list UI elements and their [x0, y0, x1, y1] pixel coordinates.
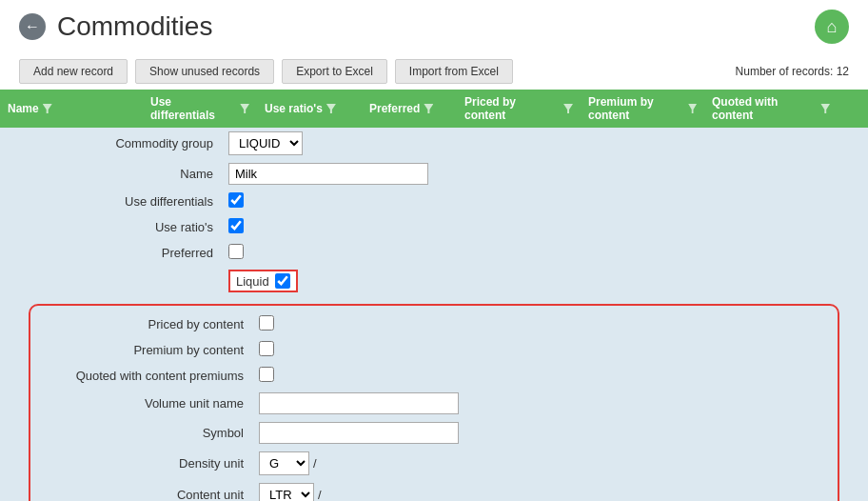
- export-to-excel-button[interactable]: Export to Excel: [282, 59, 387, 84]
- use-diff-filter-icon[interactable]: [240, 104, 249, 113]
- quoted-filter-icon[interactable]: [820, 104, 830, 113]
- page-header: ← Commodities ⌂: [0, 0, 868, 53]
- name-label: Name: [38, 167, 228, 181]
- records-count: Number of records: 12: [736, 65, 849, 78]
- use-ratios-row: Use ratio's: [0, 214, 868, 240]
- premium-by-content-checkbox[interactable]: [259, 341, 274, 356]
- col-quoted-with-content: Quoted with content: [704, 93, 838, 124]
- density-unit-select[interactable]: G KG: [259, 451, 309, 475]
- content-unit-label: Content unit: [69, 488, 259, 501]
- use-differentials-control: [228, 192, 244, 210]
- preferred-checkbox[interactable]: [228, 244, 244, 259]
- use-ratios-checkbox[interactable]: [228, 218, 244, 233]
- commodity-group-row: Commodity group LIQUID: [0, 128, 868, 159]
- priced-by-content-checkbox[interactable]: [259, 315, 274, 331]
- commodity-group-control: LIQUID: [228, 131, 303, 155]
- table-header: Name Use differentials Use ratio's Prefe…: [0, 90, 868, 128]
- quoted-with-content-label: Quoted with content premiums: [69, 369, 259, 383]
- liquid-row: Liquid: [0, 266, 868, 296]
- density-slash: /: [313, 456, 317, 471]
- name-row: Name: [0, 159, 868, 189]
- add-new-record-button[interactable]: Add new record: [19, 59, 128, 84]
- liquid-checkbox[interactable]: [275, 273, 290, 289]
- toolbar: Add new record Show unused records Expor…: [0, 53, 868, 90]
- volume-unit-name-input[interactable]: [259, 392, 459, 414]
- volume-unit-name-control: [259, 392, 459, 414]
- use-differentials-checkbox[interactable]: [228, 192, 244, 208]
- preferred-control: [228, 244, 244, 262]
- density-unit-row: Density unit G KG /: [30, 448, 838, 479]
- quoted-with-content-control: [259, 367, 274, 385]
- name-filter-icon[interactable]: [43, 104, 52, 113]
- symbol-row: Symbol: [30, 418, 838, 448]
- name-input[interactable]: [228, 163, 428, 185]
- priced-by-content-row: Priced by content: [30, 311, 838, 337]
- liquid-text: Liquid: [236, 274, 269, 289]
- form-area: Commodity group LIQUID Name Use differen…: [0, 128, 868, 501]
- quoted-with-content-checkbox[interactable]: [259, 367, 274, 382]
- premium-by-content-label: Premium by content: [69, 343, 259, 357]
- premium-by-content-row: Premium by content: [30, 337, 838, 363]
- col-use-differentials: Use differentials: [143, 93, 257, 124]
- premium-by-content-control: [259, 341, 274, 359]
- show-unused-records-button[interactable]: Show unused records: [135, 59, 274, 84]
- use-ratios-label: Use ratio's: [38, 220, 228, 234]
- preferred-label: Preferred: [38, 246, 228, 260]
- page-title: Commodities: [57, 11, 815, 42]
- priced-by-content-label: Priced by content: [69, 317, 259, 331]
- col-name: Name: [0, 93, 143, 124]
- premium-filter-icon[interactable]: [688, 104, 697, 113]
- content-unit-row: Content unit LTR ML /: [30, 479, 838, 501]
- col-priced-by-content: Priced by content: [457, 93, 581, 124]
- density-unit-label: Density unit: [69, 456, 259, 471]
- back-button[interactable]: ←: [19, 13, 46, 40]
- volume-unit-name-row: Volume unit name: [30, 389, 838, 418]
- col-premium-by-content: Premium by content: [581, 93, 704, 124]
- content-slash: /: [318, 488, 322, 501]
- col-use-ratios: Use ratio's: [257, 93, 362, 124]
- liquid-box: Liquid: [228, 270, 298, 292]
- use-ratio-filter-icon[interactable]: [326, 104, 336, 113]
- content-section-box: Priced by content Premium by content Quo…: [29, 304, 839, 501]
- preferred-filter-icon[interactable]: [424, 104, 433, 113]
- use-differentials-row: Use differentials: [0, 189, 868, 214]
- name-control: [228, 163, 428, 185]
- symbol-input[interactable]: [259, 422, 459, 444]
- commodity-group-select[interactable]: LIQUID: [228, 131, 303, 155]
- priced-filter-icon[interactable]: [563, 104, 573, 113]
- use-differentials-label: Use differentials: [38, 194, 228, 209]
- import-from-excel-button[interactable]: Import from Excel: [395, 59, 513, 84]
- symbol-label: Symbol: [69, 426, 259, 440]
- col-preferred: Preferred: [362, 93, 457, 124]
- priced-by-content-control: [259, 315, 274, 333]
- use-ratios-control: [228, 218, 244, 236]
- home-button[interactable]: ⌂: [815, 10, 849, 44]
- content-unit-select[interactable]: LTR ML: [259, 483, 314, 501]
- preferred-row: Preferred: [0, 240, 868, 266]
- quoted-with-content-row: Quoted with content premiums: [30, 363, 838, 389]
- symbol-control: [259, 422, 459, 444]
- volume-unit-name-label: Volume unit name: [69, 396, 259, 411]
- commodity-group-label: Commodity group: [38, 136, 228, 150]
